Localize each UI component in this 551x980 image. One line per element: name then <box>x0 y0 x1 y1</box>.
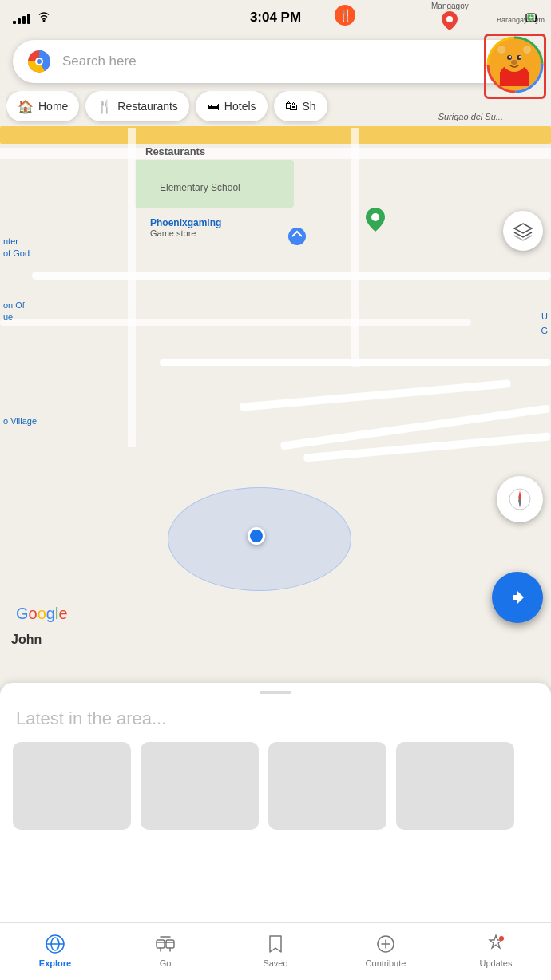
chip-shopping[interactable]: 🛍 Sh <box>274 91 327 121</box>
go-icon <box>154 933 176 955</box>
content-card-4[interactable] <box>396 742 514 830</box>
chip-restaurants[interactable]: 🍴 Restaurants <box>85 91 188 121</box>
contribute-icon <box>375 933 397 955</box>
svg-point-44 <box>499 936 504 941</box>
map-label-u: U <box>541 311 548 321</box>
svg-point-8 <box>288 228 306 245</box>
compass-button[interactable] <box>497 476 543 522</box>
svg-point-14 <box>37 59 42 64</box>
chip-hotels-label: Hotels <box>224 100 256 113</box>
svg-point-0 <box>43 20 46 22</box>
road-h2 <box>32 272 551 280</box>
nav-item-updates[interactable]: Updates <box>441 933 551 971</box>
nav-item-go[interactable]: Go <box>110 933 220 971</box>
map-label-village: o Village <box>3 415 37 427</box>
layers-button[interactable] <box>503 211 543 251</box>
hotel-icon: 🛏 <box>207 99 220 113</box>
road-v1 <box>128 128 136 447</box>
google-color-ring <box>486 35 545 94</box>
map-label-restaurants: Restaurants <box>145 145 205 157</box>
bottom-nav: Explore Go Saved <box>0 922 551 980</box>
map-label-john: John <box>11 633 42 647</box>
svg-point-7 <box>371 213 379 221</box>
status-time: 3:04 PM <box>250 10 301 26</box>
search-placeholder: Search here <box>62 54 506 69</box>
location-dot <box>248 527 265 545</box>
chip-hotels[interactable]: 🛏 Hotels <box>196 91 268 121</box>
navigation-fab[interactable] <box>492 572 543 623</box>
explore-icon <box>44 933 66 955</box>
profile-avatar-container[interactable] <box>484 34 546 99</box>
nav-label-go: Go <box>160 958 172 968</box>
chip-home-label: Home <box>38 100 68 113</box>
google-maps-logo <box>26 48 53 75</box>
directions-icon <box>505 585 530 610</box>
main-road-yellow <box>0 126 551 144</box>
map-label-nter: nter <box>3 236 18 247</box>
nav-item-explore[interactable]: Explore <box>0 933 110 971</box>
bottom-sheet[interactable]: Latest in the area... <box>0 683 551 922</box>
updates-icon <box>485 933 507 955</box>
layers-icon <box>513 220 533 241</box>
place-badge-phoenix[interactable] <box>287 227 307 249</box>
content-card-1[interactable] <box>13 742 131 830</box>
road-h1 <box>0 148 551 159</box>
search-bar[interactable]: Search here <box>13 40 538 83</box>
nav-item-saved[interactable]: Saved <box>220 933 331 971</box>
nav-item-contribute[interactable]: Contribute <box>331 933 441 971</box>
status-right <box>525 12 538 23</box>
chip-shopping-label: Sh <box>303 100 316 113</box>
status-left <box>13 11 51 24</box>
google-watermark: Google <box>16 605 68 623</box>
saved-icon <box>264 933 287 955</box>
svg-rect-2 <box>536 16 537 20</box>
home-icon: 🏠 <box>18 99 34 114</box>
status-bar: 3:04 PM <box>0 0 551 35</box>
map-label-phoenixgaming: Phoenixgaming Game store <box>150 217 221 238</box>
signal-icon <box>13 11 30 24</box>
place-pin-green[interactable] <box>364 206 386 236</box>
user-location <box>128 479 391 599</box>
chip-home[interactable]: 🏠 Home <box>6 91 79 121</box>
road-v2 <box>351 128 359 367</box>
map-label-ue: ue <box>3 311 13 323</box>
content-card-3[interactable] <box>268 742 386 830</box>
charging-icon <box>525 12 538 23</box>
map-label-elementary-school: Elementary School <box>160 182 240 193</box>
wifi-icon <box>37 12 51 23</box>
compass-icon <box>508 487 532 511</box>
nav-label-updates: Updates <box>480 958 513 968</box>
map-label-onof: on Of <box>3 300 25 311</box>
restaurant-icon: 🍴 <box>97 99 113 114</box>
chip-restaurants-label: Restaurants <box>117 100 177 113</box>
nav-label-contribute: Contribute <box>366 958 406 968</box>
nav-label-explore: Explore <box>39 958 71 968</box>
map-label-godchurch: of God <box>3 248 30 259</box>
svg-marker-10 <box>514 224 532 233</box>
svg-rect-37 <box>166 940 174 948</box>
map-label-g: G <box>541 326 548 335</box>
content-card-2[interactable] <box>141 742 259 830</box>
shopping-icon: 🛍 <box>285 99 298 113</box>
category-chips: 🏠 Home 🍴 Restaurants 🛏 Hotels 🛍 Sh <box>6 91 487 125</box>
latest-in-area-text: Latest in the area... <box>0 702 551 742</box>
sheet-handle <box>260 691 291 694</box>
nav-label-saved: Saved <box>263 958 287 968</box>
svg-rect-36 <box>157 940 165 948</box>
road-h3 <box>0 319 471 326</box>
content-cards <box>0 742 551 830</box>
